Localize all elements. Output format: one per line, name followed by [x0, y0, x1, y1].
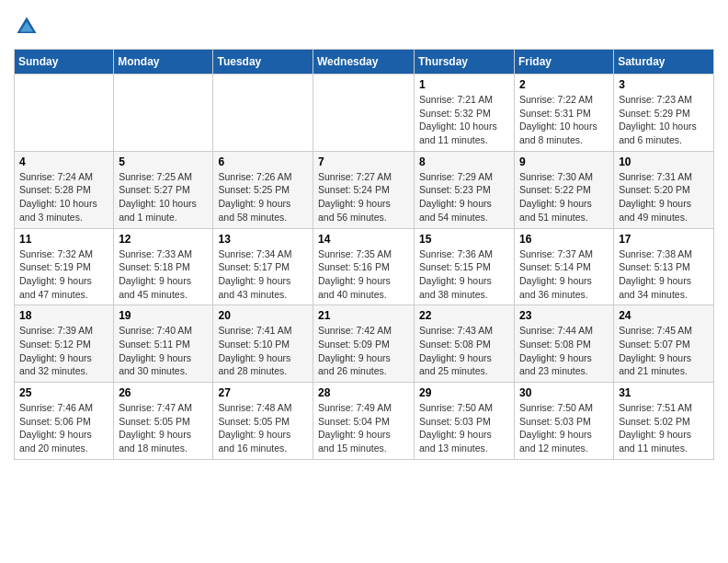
day-info: Sunrise: 7:35 AMSunset: 5:16 PMDaylight:… — [318, 247, 409, 302]
day-info: Sunrise: 7:22 AMSunset: 5:31 PMDaylight:… — [519, 93, 609, 147]
calendar-cell: 7Sunrise: 7:27 AMSunset: 5:24 PMDaylight… — [313, 151, 415, 228]
calendar-cell — [15, 75, 114, 152]
calendar-week-row: 1Sunrise: 7:21 AMSunset: 5:32 PMDaylight… — [15, 75, 714, 152]
day-number: 10 — [619, 155, 709, 168]
day-info: Sunrise: 7:37 AMSunset: 5:14 PMDaylight:… — [519, 247, 609, 302]
day-number: 19 — [119, 309, 208, 322]
calendar-cell: 5Sunrise: 7:25 AMSunset: 5:27 PMDaylight… — [114, 151, 213, 228]
calendar-cell: 13Sunrise: 7:34 AMSunset: 5:17 PMDayligh… — [213, 228, 313, 305]
calendar-header-monday: Monday — [114, 50, 213, 75]
calendar-cell — [213, 75, 313, 152]
calendar-header-tuesday: Tuesday — [213, 50, 313, 75]
day-number: 9 — [519, 155, 609, 168]
calendar-week-row: 11Sunrise: 7:32 AMSunset: 5:19 PMDayligh… — [15, 228, 714, 305]
day-info: Sunrise: 7:25 AMSunset: 5:27 PMDaylight:… — [119, 170, 208, 224]
page-header — [14, 14, 714, 40]
day-info: Sunrise: 7:46 AMSunset: 5:06 PMDaylight:… — [19, 401, 108, 455]
calendar-week-row: 4Sunrise: 7:24 AMSunset: 5:28 PMDaylight… — [15, 151, 714, 228]
day-info: Sunrise: 7:39 AMSunset: 5:12 PMDaylight:… — [19, 324, 108, 378]
calendar-cell: 16Sunrise: 7:37 AMSunset: 5:14 PMDayligh… — [515, 228, 614, 305]
day-info: Sunrise: 7:45 AMSunset: 5:07 PMDaylight:… — [619, 324, 709, 378]
day-number: 8 — [419, 155, 509, 168]
calendar-cell: 31Sunrise: 7:51 AMSunset: 5:02 PMDayligh… — [614, 383, 714, 460]
day-number: 27 — [218, 386, 308, 399]
calendar-cell: 30Sunrise: 7:50 AMSunset: 5:03 PMDayligh… — [515, 383, 614, 460]
calendar-week-row: 18Sunrise: 7:39 AMSunset: 5:12 PMDayligh… — [15, 305, 714, 383]
calendar-header-friday: Friday — [515, 50, 614, 75]
day-number: 22 — [419, 309, 509, 322]
day-info: Sunrise: 7:40 AMSunset: 5:11 PMDaylight:… — [119, 324, 208, 378]
calendar-cell: 26Sunrise: 7:47 AMSunset: 5:05 PMDayligh… — [114, 383, 213, 460]
day-number: 11 — [19, 233, 108, 246]
day-number: 14 — [318, 233, 409, 246]
day-info: Sunrise: 7:42 AMSunset: 5:09 PMDaylight:… — [318, 324, 409, 378]
day-info: Sunrise: 7:33 AMSunset: 5:18 PMDaylight:… — [119, 247, 208, 302]
calendar-cell: 9Sunrise: 7:30 AMSunset: 5:22 PMDaylight… — [515, 151, 614, 228]
day-number: 5 — [119, 155, 208, 168]
day-number: 7 — [318, 155, 409, 168]
day-number: 1 — [419, 78, 509, 91]
calendar-cell — [313, 75, 415, 152]
day-number: 15 — [419, 233, 509, 246]
day-number: 17 — [619, 233, 709, 246]
day-info: Sunrise: 7:51 AMSunset: 5:02 PMDaylight:… — [619, 401, 709, 455]
calendar-header-wednesday: Wednesday — [313, 50, 415, 75]
calendar-cell: 2Sunrise: 7:22 AMSunset: 5:31 PMDaylight… — [515, 75, 614, 152]
day-number: 6 — [218, 155, 308, 168]
calendar-cell: 25Sunrise: 7:46 AMSunset: 5:06 PMDayligh… — [15, 383, 114, 460]
day-number: 24 — [619, 309, 709, 322]
calendar-cell: 11Sunrise: 7:32 AMSunset: 5:19 PMDayligh… — [15, 228, 114, 305]
calendar-header-sunday: Sunday — [15, 50, 114, 75]
day-number: 21 — [318, 309, 409, 322]
day-info: Sunrise: 7:50 AMSunset: 5:03 PMDaylight:… — [419, 401, 509, 455]
calendar-cell: 12Sunrise: 7:33 AMSunset: 5:18 PMDayligh… — [114, 228, 213, 305]
day-number: 28 — [318, 386, 409, 399]
calendar-cell: 15Sunrise: 7:36 AMSunset: 5:15 PMDayligh… — [415, 228, 515, 305]
calendar-cell: 27Sunrise: 7:48 AMSunset: 5:05 PMDayligh… — [213, 383, 313, 460]
day-number: 29 — [419, 386, 509, 399]
calendar-cell: 29Sunrise: 7:50 AMSunset: 5:03 PMDayligh… — [415, 383, 515, 460]
calendar-header-thursday: Thursday — [415, 50, 515, 75]
day-number: 4 — [19, 155, 108, 168]
calendar-cell: 14Sunrise: 7:35 AMSunset: 5:16 PMDayligh… — [313, 228, 415, 305]
day-info: Sunrise: 7:47 AMSunset: 5:05 PMDaylight:… — [119, 401, 208, 455]
day-info: Sunrise: 7:48 AMSunset: 5:05 PMDaylight:… — [218, 401, 308, 455]
day-info: Sunrise: 7:44 AMSunset: 5:08 PMDaylight:… — [519, 324, 609, 378]
calendar-cell: 21Sunrise: 7:42 AMSunset: 5:09 PMDayligh… — [313, 305, 415, 383]
calendar-cell: 23Sunrise: 7:44 AMSunset: 5:08 PMDayligh… — [515, 305, 614, 383]
day-number: 16 — [519, 233, 609, 246]
calendar-cell: 19Sunrise: 7:40 AMSunset: 5:11 PMDayligh… — [114, 305, 213, 383]
calendar-cell: 3Sunrise: 7:23 AMSunset: 5:29 PMDaylight… — [614, 75, 714, 152]
calendar-cell: 28Sunrise: 7:49 AMSunset: 5:04 PMDayligh… — [313, 383, 415, 460]
day-info: Sunrise: 7:43 AMSunset: 5:08 PMDaylight:… — [419, 324, 509, 378]
calendar-cell: 6Sunrise: 7:26 AMSunset: 5:25 PMDaylight… — [213, 151, 313, 228]
day-info: Sunrise: 7:38 AMSunset: 5:13 PMDaylight:… — [619, 247, 709, 302]
day-info: Sunrise: 7:32 AMSunset: 5:19 PMDaylight:… — [19, 247, 108, 302]
calendar-header-row: SundayMondayTuesdayWednesdayThursdayFrid… — [15, 50, 714, 75]
calendar-cell: 1Sunrise: 7:21 AMSunset: 5:32 PMDaylight… — [415, 75, 515, 152]
logo-icon — [14, 14, 40, 40]
day-info: Sunrise: 7:36 AMSunset: 5:15 PMDaylight:… — [419, 247, 509, 302]
day-info: Sunrise: 7:49 AMSunset: 5:04 PMDaylight:… — [318, 401, 409, 455]
calendar-header-saturday: Saturday — [614, 50, 714, 75]
day-info: Sunrise: 7:26 AMSunset: 5:25 PMDaylight:… — [218, 170, 308, 224]
day-number: 18 — [19, 309, 108, 322]
calendar-week-row: 25Sunrise: 7:46 AMSunset: 5:06 PMDayligh… — [15, 383, 714, 460]
day-info: Sunrise: 7:34 AMSunset: 5:17 PMDaylight:… — [218, 247, 308, 302]
calendar-cell — [114, 75, 213, 152]
day-info: Sunrise: 7:21 AMSunset: 5:32 PMDaylight:… — [419, 93, 509, 147]
day-number: 20 — [218, 309, 308, 322]
day-number: 25 — [19, 386, 108, 399]
day-number: 13 — [218, 233, 308, 246]
day-number: 3 — [619, 78, 709, 91]
day-info: Sunrise: 7:30 AMSunset: 5:22 PMDaylight:… — [519, 170, 609, 224]
day-info: Sunrise: 7:23 AMSunset: 5:29 PMDaylight:… — [619, 93, 709, 147]
day-info: Sunrise: 7:41 AMSunset: 5:10 PMDaylight:… — [218, 324, 308, 378]
day-number: 2 — [519, 78, 609, 91]
logo — [14, 14, 43, 40]
calendar-cell: 4Sunrise: 7:24 AMSunset: 5:28 PMDaylight… — [15, 151, 114, 228]
calendar-cell: 22Sunrise: 7:43 AMSunset: 5:08 PMDayligh… — [415, 305, 515, 383]
day-number: 12 — [119, 233, 208, 246]
calendar-body: 1Sunrise: 7:21 AMSunset: 5:32 PMDaylight… — [15, 75, 714, 460]
day-info: Sunrise: 7:31 AMSunset: 5:20 PMDaylight:… — [619, 170, 709, 224]
